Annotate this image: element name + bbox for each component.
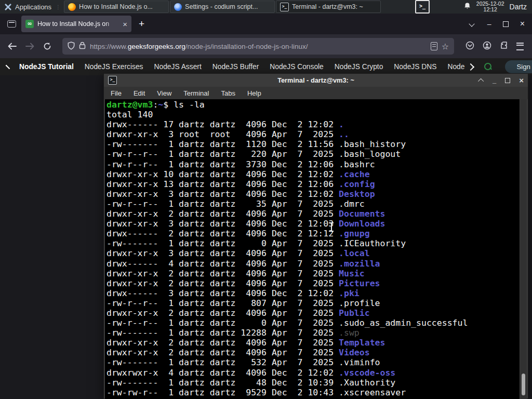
terminal-line: drwxrwxr-x 4 dartz dartz 4096 Dec 2 12:0… <box>107 368 518 378</box>
url-domain: geeksforgeeks.org <box>128 43 185 50</box>
account-icon[interactable] <box>483 41 491 52</box>
file-attributes: -rw-r--r-- 1 dartz dartz 35 Apr 7 2025 <box>107 199 339 209</box>
file-attributes: drwxr-xr-x 2 dartz dartz 4096 Apr 7 2025 <box>107 269 339 278</box>
file-attributes: -rw------- 1 dartz dartz 12288 Apr 7 202… <box>107 328 339 338</box>
user-menu[interactable]: Dartz <box>510 3 527 11</box>
terminal-window: >_ Terminal - dartz@vm3: ~ _ × FileEditV… <box>103 73 528 399</box>
tabbar-controls: – × <box>470 19 532 29</box>
panel-window-button-firefox[interactable]: How to Install Node.js o... <box>64 1 169 13</box>
file-name: .cache <box>339 169 370 179</box>
url-scheme: https://www. <box>90 43 128 50</box>
terminal-menu-file[interactable]: File <box>111 89 122 97</box>
tab-bar: ∞ How to Install Node.js on × + – × <box>0 14 532 34</box>
nav-scroll-left-icon[interactable] <box>6 64 10 69</box>
terminal-line: -rw-r--r-- 1 dartz dartz 3730 Dec 2 12:0… <box>107 159 518 169</box>
window-minimize-button[interactable]: – <box>487 20 491 28</box>
terminal-scrollbar-thumb[interactable] <box>522 374 525 395</box>
gfg-nav-link[interactable]: NodeJS Exercises <box>85 63 143 71</box>
window-close-button[interactable]: × <box>520 19 525 29</box>
file-name: .bash_logout <box>339 149 401 159</box>
file-name: .xscreensaver <box>339 388 406 397</box>
file-attributes: -rw-r--r-- 1 dartz dartz 3730 Dec 2 12:0… <box>107 159 339 169</box>
desktop: Applications ⋮ How to Install Node.js o.… <box>0 0 532 399</box>
menu-hamburger-icon[interactable] <box>516 43 524 50</box>
geeksforgeeks-favicon: ∞ <box>25 20 34 28</box>
window-buttons: How to Install Node.js o...Settings - co… <box>63 1 381 13</box>
terminal-menu-help[interactable]: Help <box>247 89 261 97</box>
terminal-menu-view[interactable]: View <box>157 89 171 97</box>
terminal-line: -rw------- 1 dartz dartz 12288 Apr 7 202… <box>107 328 518 338</box>
new-tab-button[interactable]: + <box>139 18 144 30</box>
search-icon[interactable] <box>484 63 492 71</box>
sign-in-button[interactable]: Sign In <box>505 60 532 73</box>
file-attributes: -rw-r--r-- 1 dartz dartz 220 Apr 7 2025 <box>107 149 339 159</box>
panel-window-button-terminal[interactable]: >_Terminal - dartz@vm3: ~ <box>276 1 381 13</box>
gfg-nav-link[interactable]: NodeJS Assert <box>154 63 202 71</box>
terminal-line: drwxr-xr-x 2 dartz dartz 4096 Apr 7 2025… <box>107 338 518 348</box>
file-name: Desktop <box>339 189 375 199</box>
terminal-line: drwx------ 2 dartz dartz 4096 Dec 2 12:1… <box>107 229 518 238</box>
terminal-titlebar[interactable]: >_ Terminal - dartz@vm3: ~ _ × <box>104 74 528 87</box>
toolbar-right-icons <box>461 41 528 52</box>
gfg-nav-link[interactable]: NodeJS DNS <box>394 63 436 71</box>
file-attributes: drwxr-xr-x 3 root root 4096 Apr 7 2025 <box>107 129 339 139</box>
file-name: .dmrc <box>339 199 365 209</box>
terminal-menu-terminal[interactable]: Terminal <box>183 89 209 97</box>
bookmark-star-icon[interactable]: ☆ <box>442 42 449 51</box>
gfg-nav-link[interactable]: Node <box>447 63 464 71</box>
file-attributes: drwxr-xr-x 3 dartz dartz 4096 Apr 7 2025 <box>107 248 339 258</box>
tracking-protection-shield-icon[interactable] <box>68 42 75 51</box>
terminal-line: drwxr-xr-x 13 dartz dartz 4096 Dec 2 12:… <box>107 179 518 189</box>
top-panel: Applications ⋮ How to Install Node.js o.… <box>0 0 532 14</box>
terminal-line: -rw-rw-r-- 1 dartz dartz 9529 Dec 2 10:4… <box>107 388 518 397</box>
terminal-line: drwx------ 4 dartz dartz 4096 Apr 7 2025… <box>107 259 518 269</box>
panel-window-button-codium[interactable]: Settings - codium script... <box>170 1 275 13</box>
gfg-nav-link[interactable]: NodeJS Crypto <box>335 63 383 71</box>
terminal-scrollbar[interactable] <box>520 99 527 399</box>
lock-icon[interactable] <box>79 42 86 51</box>
back-button[interactable] <box>4 38 20 54</box>
clock[interactable]: 2025-12-02 12:12 <box>476 1 504 12</box>
reload-button[interactable] <box>39 38 55 54</box>
distro-logo-icon <box>4 3 12 11</box>
terminal-line: drwxr-xr-x 10 dartz dartz 4096 Dec 2 12:… <box>107 169 518 179</box>
terminal-line: drwxr-xr-x 3 dartz dartz 4096 Dec 2 12:0… <box>107 189 518 199</box>
file-attributes: drwxr-xr-x 3 dartz dartz 4096 Dec 2 12:0… <box>107 219 339 229</box>
file-attributes: drwx------ 4 dartz dartz 4096 Apr 7 2025 <box>107 259 339 269</box>
tab-close-icon[interactable]: × <box>123 20 127 28</box>
terminal-close-button[interactable]: × <box>519 76 524 85</box>
terminal-screen[interactable]: dartz@vm3:~$ ls -latotal 140drwx------ 1… <box>105 99 527 399</box>
terminal-icon: >_ <box>280 3 289 11</box>
browser-tab[interactable]: ∞ How to Install Node.js on × <box>21 16 131 32</box>
list-all-tabs-icon[interactable] <box>469 21 474 26</box>
terminal-shade-button[interactable] <box>478 78 484 84</box>
terminal-maximize-button[interactable] <box>505 78 510 83</box>
gfg-nav-link[interactable]: NodeJS Console <box>270 63 324 71</box>
gfg-nav-link[interactable]: NodeJS Tutorial <box>19 63 74 71</box>
notification-bell-icon[interactable] <box>463 2 471 11</box>
terminal-menubar: FileEditViewTerminalTabsHelp <box>104 87 528 99</box>
applications-menu-button[interactable]: Applications <box>0 0 56 14</box>
window-maximize-button[interactable] <box>503 21 509 27</box>
terminal-menu-tabs[interactable]: Tabs <box>221 89 235 97</box>
gfg-nav-link[interactable]: NodeJS Buffer <box>212 63 259 71</box>
prompt-colon: : <box>153 100 158 110</box>
firefox-view-button[interactable] <box>5 18 18 30</box>
pocket-icon[interactable] <box>466 41 474 52</box>
file-attributes: drwx------ 2 dartz dartz 4096 Dec 2 12:1… <box>107 229 339 238</box>
terminal-line: -rw------- 1 dartz dartz 48 Dec 2 10:39 … <box>107 378 518 388</box>
url-bar[interactable]: https://www.geeksforgeeks.org/node-js/in… <box>62 38 454 55</box>
tray-terminal-icon[interactable]: >_ <box>415 0 430 14</box>
terminal-menu-edit[interactable]: Edit <box>134 89 145 97</box>
window-button-label: How to Install Node.js o... <box>79 3 153 10</box>
terminal-minimize-button[interactable]: _ <box>493 76 496 84</box>
forward-button[interactable] <box>22 38 37 54</box>
prompt-user-host: dartz@vm3 <box>107 100 153 110</box>
nav-scroll-right-icon[interactable] <box>467 63 474 70</box>
file-name: Downloads <box>339 219 385 229</box>
extensions-icon[interactable] <box>500 41 508 51</box>
terminal-line: drwxr-xr-x 3 dartz dartz 4096 Dec 2 12:0… <box>107 219 518 229</box>
prompt-command: $ ls -la <box>163 100 204 110</box>
file-name: .. <box>339 129 349 139</box>
reader-mode-icon[interactable] <box>431 42 437 50</box>
